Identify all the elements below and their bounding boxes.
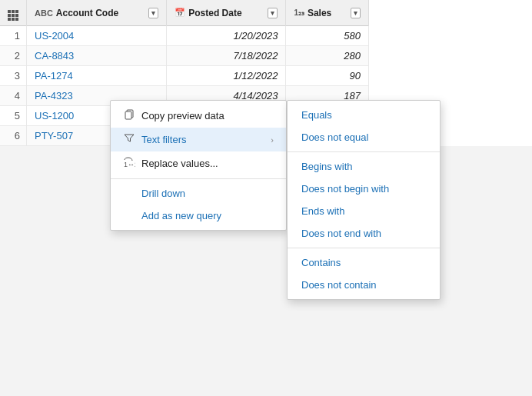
menu-drill-down-label: Drill down bbox=[141, 188, 274, 199]
row-num-3: 3 bbox=[0, 66, 27, 86]
row-number-header bbox=[0, 0, 27, 26]
col-sales-label: Sales bbox=[308, 8, 331, 18]
123-icon: 1₂₃ bbox=[294, 8, 304, 17]
account-1: US-2004 bbox=[27, 26, 167, 46]
context-menu: Copy preview data Text filters › 1↔2 Rep… bbox=[110, 100, 287, 231]
menu-copy-label: Copy preview data bbox=[141, 110, 274, 121]
menu-replace-label: Replace values... bbox=[141, 158, 274, 169]
menu-replace[interactable]: 1↔2 Replace values... bbox=[111, 151, 286, 175]
menu-text-filters[interactable]: Text filters › bbox=[111, 128, 286, 151]
submenu-not-begins[interactable]: Does not begin with bbox=[288, 178, 440, 200]
submenu-ends-with-label: Ends with bbox=[301, 205, 344, 217]
table-row: 3 PA-1274 1/12/2022 90 bbox=[0, 66, 369, 86]
svg-rect-1 bbox=[125, 111, 131, 119]
account-2: CA-8843 bbox=[27, 46, 167, 66]
filter-icon bbox=[123, 133, 135, 146]
copy-icon bbox=[123, 109, 135, 122]
col-account-code[interactable]: ABC Account Code ▾ bbox=[27, 0, 167, 26]
account-3: PA-1274 bbox=[27, 66, 167, 86]
date-3: 1/12/2022 bbox=[167, 66, 286, 86]
submenu-begins-with[interactable]: Begins with bbox=[288, 155, 440, 178]
table-row: 2 CA-8843 7/18/2022 280 bbox=[0, 46, 369, 66]
grid-icon bbox=[8, 5, 18, 21]
menu-drill-down[interactable]: Drill down bbox=[111, 182, 286, 205]
menu-add-query-label: Add as new query bbox=[141, 210, 274, 221]
row-num-6: 6 bbox=[0, 126, 27, 146]
sales-3: 90 bbox=[286, 66, 369, 86]
submenu-contains-label: Contains bbox=[301, 257, 341, 268]
sales-1: 580 bbox=[286, 26, 369, 46]
submenu-not-contains-label: Does not contain bbox=[301, 279, 377, 291]
submenu-arrow-icon: › bbox=[271, 135, 274, 145]
submenu-not-equal[interactable]: Does not equal bbox=[288, 126, 440, 148]
submenu-not-contains[interactable]: Does not contain bbox=[288, 274, 440, 296]
text-filters-submenu: Equals Does not equal Begins with Does n… bbox=[287, 100, 441, 300]
submenu-begins-with-label: Begins with bbox=[301, 161, 352, 172]
sales-2: 280 bbox=[286, 46, 369, 66]
col-posted-date-dropdown[interactable]: ▾ bbox=[268, 8, 278, 18]
submenu-not-begins-label: Does not begin with bbox=[301, 183, 389, 195]
row-num-5: 5 bbox=[0, 106, 27, 126]
col-account-code-label: Account Code bbox=[56, 8, 118, 18]
calendar-icon: 📅 bbox=[175, 8, 185, 18]
submenu-not-equal-label: Does not equal bbox=[301, 131, 368, 143]
date-1: 1/20/2023 bbox=[167, 26, 286, 46]
menu-copy[interactable]: Copy preview data bbox=[111, 104, 286, 128]
submenu-not-ends[interactable]: Does not end with bbox=[288, 222, 440, 245]
submenu-equals-label: Equals bbox=[301, 109, 332, 121]
svg-text:1↔2: 1↔2 bbox=[124, 161, 135, 168]
row-num-1: 1 bbox=[0, 26, 27, 46]
col-posted-date-label: Posted Date bbox=[188, 8, 241, 18]
menu-add-query[interactable]: Add as new query bbox=[111, 205, 286, 227]
submenu-contains[interactable]: Contains bbox=[288, 251, 440, 274]
abc-icon: ABC bbox=[35, 8, 53, 18]
col-sales[interactable]: 1₂₃ Sales ▾ bbox=[286, 0, 369, 26]
col-posted-date[interactable]: 📅 Posted Date ▾ bbox=[167, 0, 286, 26]
row-num-4: 4 bbox=[0, 86, 27, 106]
menu-divider-1 bbox=[111, 178, 286, 179]
submenu-equals[interactable]: Equals bbox=[288, 104, 440, 126]
date-2: 7/18/2022 bbox=[167, 46, 286, 66]
menu-text-filters-label: Text filters bbox=[141, 134, 264, 145]
submenu-ends-with[interactable]: Ends with bbox=[288, 200, 440, 222]
submenu-divider-1 bbox=[288, 151, 440, 152]
replace-icon: 1↔2 bbox=[123, 157, 135, 170]
col-sales-dropdown[interactable]: ▾ bbox=[351, 8, 361, 18]
table-row: 1 US-2004 1/20/2023 580 bbox=[0, 26, 369, 46]
row-num-2: 2 bbox=[0, 46, 27, 66]
submenu-divider-2 bbox=[288, 248, 440, 248]
submenu-not-ends-label: Does not end with bbox=[301, 228, 381, 239]
col-account-code-dropdown[interactable]: ▾ bbox=[148, 8, 158, 18]
